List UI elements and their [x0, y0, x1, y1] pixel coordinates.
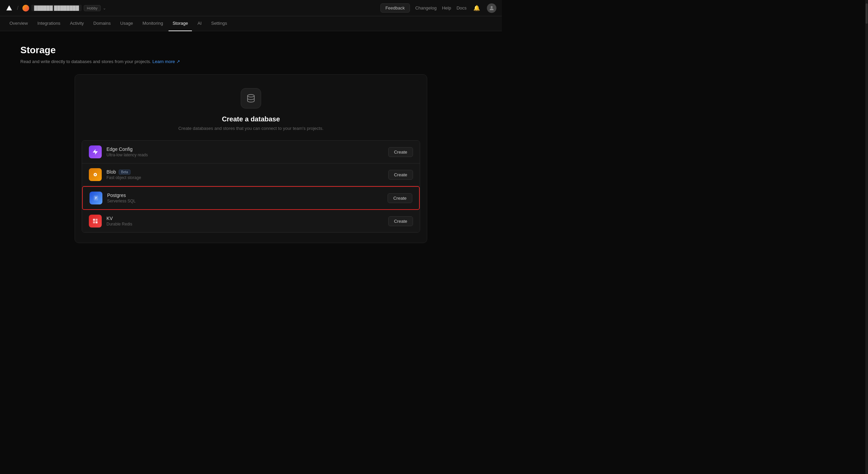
- edge-config-info: Edge Config Ultra-low latency reads: [106, 146, 383, 157]
- vercel-logo[interactable]: [5, 4, 13, 12]
- svg-marker-0: [6, 5, 12, 10]
- database-icon-box: [241, 88, 261, 108]
- database-option-edge-config: Edge Config Ultra-low latency reads Crea…: [82, 141, 420, 163]
- nav-item-activity[interactable]: Activity: [66, 16, 88, 31]
- kv-desc: Durable Redis: [106, 222, 383, 226]
- nav-item-ai[interactable]: AI: [193, 16, 205, 31]
- svg-rect-9: [93, 219, 95, 221]
- postgres-icon: [90, 192, 102, 204]
- topbar-right: Feedback Changelog Help Docs 🔔: [380, 3, 496, 13]
- create-database-heading: Create a database: [82, 115, 420, 123]
- svg-rect-10: [96, 219, 98, 221]
- edge-config-create-button[interactable]: Create: [388, 147, 413, 157]
- nav-item-settings[interactable]: Settings: [207, 16, 231, 31]
- kv-icon: [89, 215, 102, 228]
- nav-item-overview[interactable]: Overview: [5, 16, 32, 31]
- nav-item-monitoring[interactable]: Monitoring: [138, 16, 167, 31]
- blob-desc: Fast object storage: [106, 175, 383, 180]
- svg-point-4: [95, 174, 96, 175]
- kv-info: KV Durable Redis: [106, 216, 383, 226]
- learn-more-link[interactable]: Learn more ↗: [152, 59, 180, 64]
- blob-beta-badge: Beta: [119, 170, 131, 175]
- project-selector[interactable]: ██████ ████████ Hobby ⌄: [22, 5, 106, 12]
- navbar: Overview Integrations Activity Domains U…: [0, 16, 502, 31]
- create-database-subheading: Create databases and stores that you can…: [82, 126, 420, 131]
- kv-create-button[interactable]: Create: [388, 216, 413, 226]
- database-option-postgres: Postgres Serverless SQL Create: [82, 186, 420, 210]
- postgres-info: Postgres Serverless SQL: [107, 193, 383, 203]
- user-avatar[interactable]: [487, 3, 496, 13]
- database-option-blob: Blob Beta Fast object storage Create: [82, 163, 420, 186]
- svg-point-1: [491, 6, 493, 8]
- svg-rect-12: [96, 221, 98, 223]
- nav-item-integrations[interactable]: Integrations: [33, 16, 64, 31]
- plan-badge: Hobby: [84, 5, 101, 11]
- page-title: Storage: [20, 45, 481, 56]
- notifications-button[interactable]: 🔔: [472, 3, 481, 13]
- postgres-desc: Serverless SQL: [107, 199, 383, 203]
- nav-item-domains[interactable]: Domains: [89, 16, 115, 31]
- blob-name: Blob Beta: [106, 169, 383, 175]
- svg-rect-11: [93, 221, 95, 223]
- database-option-kv: KV Durable Redis Create: [82, 210, 420, 232]
- topbar: / ██████ ████████ Hobby ⌄ Feedback Chang…: [0, 0, 502, 16]
- feedback-button[interactable]: Feedback: [380, 3, 410, 13]
- edge-config-name: Edge Config: [106, 146, 383, 152]
- page-description: Read and write directly to databases and…: [20, 59, 481, 64]
- main-content: Storage Read and write directly to datab…: [0, 31, 502, 257]
- help-link[interactable]: Help: [442, 5, 451, 11]
- kv-name: KV: [106, 216, 383, 221]
- blob-info: Blob Beta Fast object storage: [106, 169, 383, 180]
- blob-icon: [89, 168, 102, 181]
- database-icon: [246, 93, 256, 103]
- postgres-create-button[interactable]: Create: [388, 193, 412, 203]
- nav-item-usage[interactable]: Usage: [116, 16, 137, 31]
- blob-create-button[interactable]: Create: [388, 170, 413, 180]
- project-chevron[interactable]: ⌄: [103, 6, 106, 11]
- project-name: ██████ ████████: [31, 5, 82, 11]
- nav-item-storage[interactable]: Storage: [169, 16, 192, 31]
- edge-config-desc: Ultra-low latency reads: [106, 153, 383, 157]
- postgres-name: Postgres: [107, 193, 383, 198]
- breadcrumb-separator: /: [17, 5, 18, 11]
- database-options-list: Edge Config Ultra-low latency reads Crea…: [82, 140, 420, 233]
- database-icon-wrapper: [82, 88, 420, 108]
- project-avatar: [22, 5, 29, 12]
- edge-config-icon: [89, 145, 102, 158]
- description-text: Read and write directly to databases and…: [20, 59, 152, 64]
- create-database-card: Create a database Create databases and s…: [75, 74, 427, 243]
- docs-link[interactable]: Docs: [456, 5, 467, 11]
- svg-point-2: [248, 95, 254, 97]
- changelog-link[interactable]: Changelog: [415, 5, 437, 11]
